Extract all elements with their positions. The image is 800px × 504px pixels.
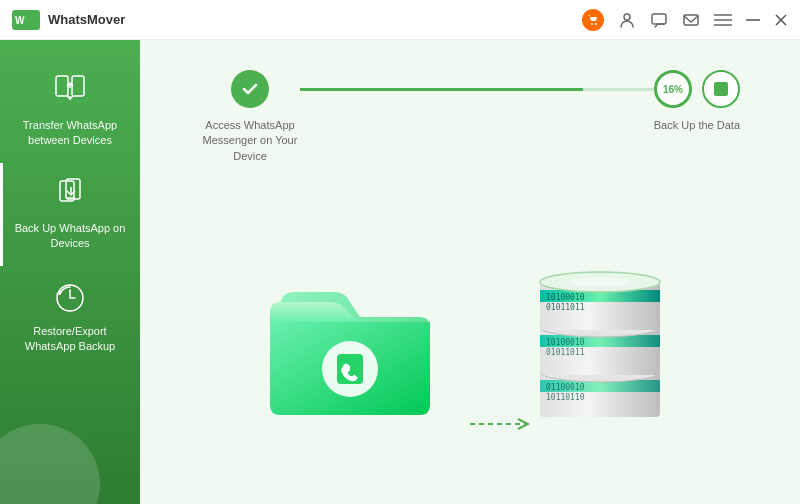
svg-rect-6 [684, 15, 698, 25]
progress-section: Access WhatsApp Messenger on Your Device… [140, 40, 800, 184]
illustration-area: 01100010 10110110 10100010 01011011 [140, 184, 800, 504]
app-name: WhatsMover [48, 12, 125, 27]
svg-text:01100010: 01100010 [546, 383, 585, 392]
database-illustration: 01100010 10110110 10100010 01011011 [520, 252, 680, 436]
step-2: 16% Back Up the Data [654, 70, 740, 133]
svg-rect-5 [652, 14, 666, 24]
step2-label: Back Up the Data [654, 118, 740, 133]
steps-row: Access WhatsApp Messenger on Your Device… [200, 70, 740, 164]
progress-line [300, 88, 654, 91]
step1-label: Access WhatsApp Messenger on Your Device [200, 118, 300, 164]
svg-point-4 [624, 14, 630, 20]
stop-square [714, 82, 728, 96]
sidebar-item-transfer-label: Transfer WhatsApp between Devices [10, 118, 130, 149]
step2-percent-circle: 16% [654, 70, 692, 108]
cart-icon[interactable] [582, 9, 604, 31]
folder-illustration [260, 257, 440, 431]
title-bar-left: W WhatsMover [12, 10, 125, 30]
sidebar-decoration [0, 424, 100, 504]
step-1: Access WhatsApp Messenger on Your Device [200, 70, 300, 164]
main-layout: Transfer WhatsApp between Devices Back U… [0, 40, 800, 504]
svg-rect-14 [72, 76, 84, 96]
restore-icon [52, 280, 88, 316]
step1-circle [231, 70, 269, 108]
backup-icon [52, 177, 88, 213]
svg-point-2 [591, 23, 593, 25]
transfer-icon [52, 74, 88, 110]
sidebar: Transfer WhatsApp between Devices Back U… [0, 40, 140, 504]
svg-text:W: W [15, 15, 25, 26]
svg-text:10110110: 10110110 [546, 393, 585, 402]
folder-svg [260, 257, 440, 427]
sidebar-item-backup[interactable]: Back Up WhatsApp on Devices [0, 163, 140, 266]
title-bar: W WhatsMover [0, 0, 800, 40]
svg-rect-13 [56, 76, 68, 96]
close-button[interactable] [774, 13, 788, 27]
step2-stop-button[interactable] [702, 70, 740, 108]
sidebar-item-backup-label: Back Up WhatsApp on Devices [10, 221, 130, 252]
content-area: Access WhatsApp Messenger on Your Device… [140, 40, 800, 504]
sidebar-item-restore-label: Restore/Export WhatsApp Backup [10, 324, 130, 355]
svg-text:10100010: 10100010 [546, 338, 585, 347]
menu-icon[interactable] [714, 11, 732, 29]
email-icon[interactable] [682, 11, 700, 29]
user-icon[interactable] [618, 11, 636, 29]
sidebar-item-transfer[interactable]: Transfer WhatsApp between Devices [0, 60, 140, 163]
title-bar-right [582, 9, 788, 31]
svg-text:10100010: 10100010 [546, 293, 585, 302]
svg-text:01011011: 01011011 [546, 348, 585, 357]
minimize-button[interactable] [746, 13, 760, 27]
svg-point-3 [595, 23, 597, 25]
database-svg: 01100010 10110110 10100010 01011011 [520, 252, 680, 432]
app-logo: W [12, 10, 40, 30]
chat-icon[interactable] [650, 11, 668, 29]
svg-text:01011011: 01011011 [546, 303, 585, 312]
svg-point-42 [570, 277, 630, 287]
sidebar-item-restore[interactable]: Restore/Export WhatsApp Backup [0, 266, 140, 369]
